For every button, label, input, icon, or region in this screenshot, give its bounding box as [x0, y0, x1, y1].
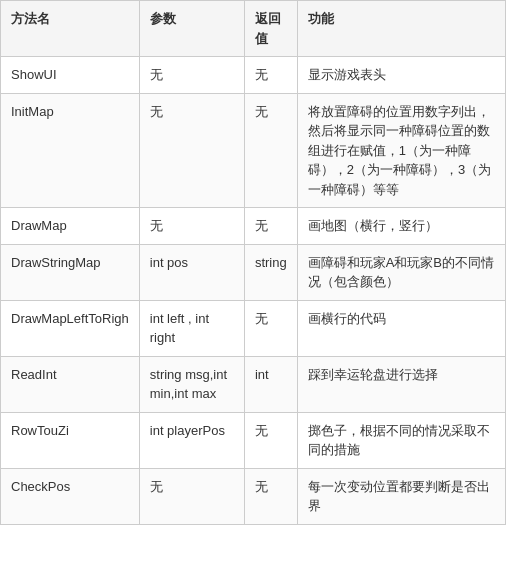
table-row: ShowUI无无显示游戏表头	[1, 57, 506, 94]
table-row: DrawStringMapint posstring画障碍和玩家A和玩家B的不同…	[1, 244, 506, 300]
cell-return: int	[244, 356, 297, 412]
cell-function: 踩到幸运轮盘进行选择	[297, 356, 505, 412]
cell-function: 画地图（横行，竖行）	[297, 208, 505, 245]
cell-function: 掷色子，根据不同的情况采取不同的措施	[297, 412, 505, 468]
table-row: RowTouZiint playerPos无掷色子，根据不同的情况采取不同的措施	[1, 412, 506, 468]
header-method: 方法名	[1, 1, 140, 57]
table-row: CheckPos无无每一次变动位置都要判断是否出界	[1, 468, 506, 524]
cell-method: CheckPos	[1, 468, 140, 524]
header-return: 返回值	[244, 1, 297, 57]
cell-function: 画横行的代码	[297, 300, 505, 356]
cell-param: int playerPos	[139, 412, 244, 468]
methods-table: 方法名 参数 返回值 功能 ShowUI无无显示游戏表头InitMap无无将放置…	[0, 0, 506, 525]
cell-method: RowTouZi	[1, 412, 140, 468]
cell-param: 无	[139, 57, 244, 94]
cell-return: string	[244, 244, 297, 300]
header-param: 参数	[139, 1, 244, 57]
cell-return: 无	[244, 57, 297, 94]
cell-method: DrawStringMap	[1, 244, 140, 300]
cell-method: ReadInt	[1, 356, 140, 412]
table-row: InitMap无无将放置障碍的位置用数字列出，然后将显示同一种障碍位置的数组进行…	[1, 93, 506, 208]
cell-param: int pos	[139, 244, 244, 300]
cell-method: DrawMap	[1, 208, 140, 245]
cell-param: 无	[139, 468, 244, 524]
cell-param: int left , int right	[139, 300, 244, 356]
cell-return: 无	[244, 468, 297, 524]
cell-method: InitMap	[1, 93, 140, 208]
cell-param: string msg,int min,int max	[139, 356, 244, 412]
cell-function: 画障碍和玩家A和玩家B的不同情况（包含颜色）	[297, 244, 505, 300]
cell-function: 将放置障碍的位置用数字列出，然后将显示同一种障碍位置的数组进行在赋值，1（为一种…	[297, 93, 505, 208]
cell-return: 无	[244, 300, 297, 356]
table-row: ReadIntstring msg,int min,int maxint踩到幸运…	[1, 356, 506, 412]
cell-return: 无	[244, 93, 297, 208]
cell-function: 显示游戏表头	[297, 57, 505, 94]
cell-function: 每一次变动位置都要判断是否出界	[297, 468, 505, 524]
cell-method: DrawMapLeftToRigh	[1, 300, 140, 356]
cell-param: 无	[139, 93, 244, 208]
header-function: 功能	[297, 1, 505, 57]
table-row: DrawMap无无画地图（横行，竖行）	[1, 208, 506, 245]
table-row: DrawMapLeftToRighint left , int right无画横…	[1, 300, 506, 356]
cell-param: 无	[139, 208, 244, 245]
cell-return: 无	[244, 208, 297, 245]
cell-return: 无	[244, 412, 297, 468]
cell-method: ShowUI	[1, 57, 140, 94]
